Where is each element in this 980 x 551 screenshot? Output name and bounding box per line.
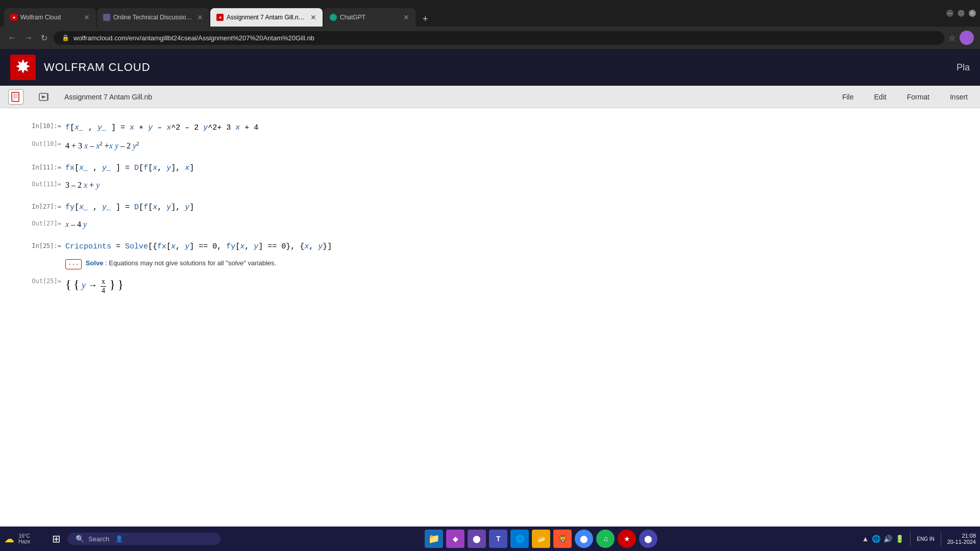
notebook-file-icon	[11, 92, 21, 102]
run-button[interactable]	[36, 89, 52, 105]
start-button[interactable]: ⊞	[47, 530, 65, 548]
wolfram-snowflake-icon	[14, 58, 32, 77]
close-brace2: }	[118, 278, 124, 291]
tab-label-2: Online Technical Discussion Gr...	[113, 14, 194, 21]
warning-message: : Equations may not give solutions for a…	[105, 259, 276, 267]
edit-menu-button[interactable]: Edit	[870, 91, 891, 103]
cell-content-in25[interactable]: Cricpoints = Solve[{fx[x, y] == 0, fy[x,…	[65, 240, 960, 253]
taskbar-app-brave[interactable]: 🦁	[553, 530, 572, 548]
taskbar-right: ▲ 🌐 🔊 🔋 ENG IN 21:08 20-11-2024	[862, 532, 976, 546]
address-bar-row: ← → ↻ 🔒 wolframcloud.com/env/antamgillbt…	[0, 27, 980, 49]
taskbar-search-bar[interactable]: 🔍 Search 👤	[67, 533, 220, 545]
var-x7: x	[185, 164, 189, 172]
taskbar-language: ENG IN	[917, 536, 934, 542]
taskbar-app-colorful1[interactable]: ◆	[446, 530, 464, 548]
var-y5: y_	[102, 164, 111, 172]
taskbar-app-w[interactable]: ★	[618, 530, 636, 548]
cell-label-in27: In[27]:=	[20, 201, 61, 210]
taskbar-app-explorer[interactable]: 📁	[425, 530, 443, 548]
cell-content-out27: x – 4 y	[65, 218, 960, 231]
fn-cricpoints: Cricpoints	[65, 242, 111, 251]
new-tab-button[interactable]: +	[419, 12, 432, 27]
var-y8: y_	[102, 203, 111, 212]
var-x5: x_	[79, 164, 88, 172]
profile-button[interactable]	[960, 31, 974, 45]
run-icon	[39, 92, 49, 102]
svg-rect-1	[12, 92, 19, 102]
var-x2: x	[130, 123, 134, 132]
tab-chatgpt[interactable]: ChatGPT ✕	[324, 8, 415, 27]
battery-icon[interactable]: 🔋	[895, 535, 904, 543]
tab-label-3: Assignment 7 Antam Gill.nb - W	[227, 14, 307, 21]
fraction-denominator: 4	[101, 287, 106, 295]
var-y13: y	[318, 242, 323, 251]
taskbar-app-edge[interactable]: 🌐	[510, 530, 529, 548]
cell-in10: In[10]:= f[x_ , y_ ] = x ∗ y – x^2 – 2 y…	[20, 120, 960, 134]
taskbar-app-spotify[interactable]: ♫	[596, 530, 615, 548]
weather-temp: 16°C	[19, 533, 30, 539]
taskbar-system-icons: ▲ 🌐 🔊 🔋	[862, 535, 904, 543]
cell-label-out25: Out[25]=	[20, 276, 61, 285]
address-bar[interactable]: 🔒 wolframcloud.com/env/antamgillbt24csea…	[54, 31, 944, 45]
cell-out27: Out[27]= x – 4 y	[20, 218, 960, 231]
network-icon[interactable]: 🌐	[872, 535, 880, 543]
open-brace2: {	[74, 278, 80, 291]
warning-icon: ···	[65, 259, 82, 269]
var-y6: y	[166, 164, 171, 172]
search-extra-icon: 👤	[115, 535, 123, 542]
cell-content-in27[interactable]: fy[x_ , y_ ] = D[f[x, y], y]	[65, 201, 960, 214]
back-button[interactable]: ←	[6, 31, 18, 44]
fn-f3: f	[143, 203, 148, 212]
tab-close-4[interactable]: ✕	[403, 13, 409, 21]
warning-text: Solve : Equations may not give solutions…	[86, 259, 276, 267]
var-y9: y	[166, 203, 171, 212]
insert-menu-button[interactable]: Insert	[946, 91, 972, 103]
fraction-numerator: x	[101, 278, 106, 287]
taskbar-app-teams[interactable]: T	[489, 530, 507, 548]
file-menu-button[interactable]: File	[838, 91, 858, 103]
tab-favicon-assignment: ★	[216, 14, 224, 21]
wolfram-header-right: Pla	[957, 62, 970, 73]
taskbar-app-colorful2[interactable]: ⬤	[468, 530, 486, 548]
var-x3: x	[166, 123, 171, 132]
var-x10: x	[171, 242, 176, 251]
tab-close-3[interactable]: ✕	[310, 13, 316, 21]
up-arrow-icon[interactable]: ▲	[862, 535, 869, 543]
taskbar-weather: ☁ 16°C Haze	[4, 533, 45, 545]
tab-assignment7[interactable]: ★ Assignment 7 Antam Gill.nb - W ✕	[210, 8, 323, 27]
cell-content-in10[interactable]: f[x_ , y_ ] = x ∗ y – x^2 – 2 y^2+ 3 x +…	[65, 120, 960, 134]
tab-close-1[interactable]: ✕	[84, 13, 90, 21]
search-label: Search	[88, 535, 109, 543]
var-y12: y	[254, 242, 258, 251]
var-x6: x	[153, 164, 157, 172]
svg-marker-0	[16, 59, 30, 73]
out-y-27: y	[83, 220, 87, 229]
out-y-11: y	[96, 181, 100, 189]
date-display: 20-11-2024	[947, 539, 976, 545]
format-menu-button[interactable]: Format	[903, 91, 934, 103]
tab-online-discussion[interactable]: Online Technical Discussion Gr... ✕	[97, 8, 209, 27]
minimize-button[interactable]: —	[946, 10, 953, 17]
volume-icon[interactable]: 🔊	[884, 535, 892, 543]
taskbar-app-file[interactable]: 📂	[532, 530, 550, 548]
var-x4: x	[235, 123, 240, 132]
fn-D: D	[134, 164, 139, 172]
taskbar-app-chrome[interactable]: ⬤	[575, 530, 593, 548]
fn-f: f	[65, 123, 70, 132]
maximize-button[interactable]: ☐	[958, 10, 965, 17]
forward-button[interactable]: →	[22, 31, 35, 44]
var-y11: y	[185, 242, 189, 251]
cell-content-out10: 4 + 3 x – x2 +x y – 2 y2	[65, 138, 960, 153]
tab-wolfram-cloud[interactable]: ★ Wolfram Cloud ✕	[4, 8, 96, 27]
taskbar-app-circle[interactable]: ⬤	[639, 530, 657, 548]
reload-button[interactable]: ↻	[39, 31, 50, 45]
notebook-content: In[10]:= f[x_ , y_ ] = x ∗ y – x^2 – 2 y…	[0, 108, 980, 527]
bookmark-icon[interactable]: ☆	[948, 33, 955, 43]
close-button[interactable]: ✕	[969, 10, 976, 17]
fn-fy: fy	[65, 203, 75, 212]
cell-content-in11[interactable]: fx[x_ , y_ ] = D[f[x, y], x]	[65, 162, 960, 174]
tab-label-1: Wolfram Cloud	[20, 14, 81, 21]
fn-f2: f	[143, 164, 148, 172]
close-brace1: }	[110, 278, 116, 291]
tab-close-2[interactable]: ✕	[197, 13, 203, 21]
